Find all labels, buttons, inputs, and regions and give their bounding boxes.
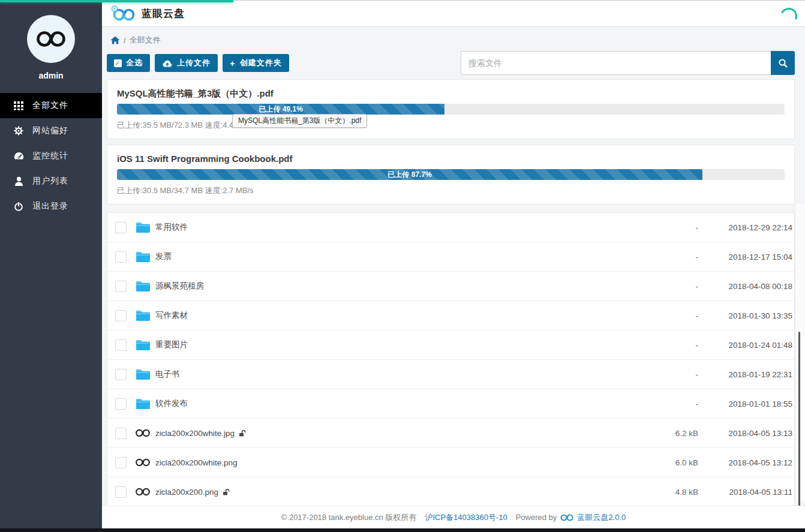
upload-progress-fill: 已上传 49.1% xyxy=(117,104,444,115)
row-checkbox[interactable] xyxy=(115,369,127,380)
folder-icon xyxy=(135,251,151,263)
upload-card: MySQL高性能书籍_第3版（中文）.pdf 已上传 49.1% 已上传:35.… xyxy=(107,79,795,139)
file-list: 常用软件 - 2018-12-29 22:14 xyxy=(107,212,795,507)
home-icon[interactable] xyxy=(110,36,120,44)
upload-progress-label: 已上传 49.1% xyxy=(259,104,303,115)
app-logo-icon xyxy=(110,5,136,22)
breadcrumb-current: 全部文件 xyxy=(130,35,161,46)
brand-home-link[interactable]: 蓝眼云盘 xyxy=(110,5,185,22)
avatar xyxy=(27,15,75,63)
file-date: 2018-04-05 13:11 xyxy=(698,488,794,497)
powered-by-label: Powered by xyxy=(516,513,557,522)
toolbar: ✓ 全选 上传文件 + 创建文件夹 xyxy=(107,51,795,75)
copyright-text: © 2017-2018 tank.eyeblue.cn 版权所有 xyxy=(281,512,417,523)
file-date: 2018-04-08 00:18 xyxy=(698,282,794,291)
main-content: / 全部文件 ✓ 全选 上传文件 + 创建文件夹 xyxy=(102,26,805,528)
file-name[interactable]: zicla200x200.png xyxy=(155,488,218,497)
sidebar-item[interactable]: 监控统计 xyxy=(0,143,102,169)
file-size: - xyxy=(644,253,698,262)
file-row[interactable]: 写作素材 - 2018-01-30 13:35 xyxy=(107,300,794,330)
file-logo-icon xyxy=(135,458,151,467)
upload-progress-bar: 已上传 49.1% xyxy=(117,104,785,115)
upload-file-name: iOS 11 Swift Programming Cookbook.pdf xyxy=(117,153,785,165)
file-size: - xyxy=(644,370,698,379)
file-date: 2018-01-01 18:55 xyxy=(698,399,794,408)
file-name[interactable]: 软件发布 xyxy=(155,398,188,409)
gauge-icon xyxy=(14,152,24,160)
power-icon xyxy=(14,202,23,211)
file-row[interactable]: 电子书 - 2018-01-19 22:31 xyxy=(107,359,794,389)
search-bar xyxy=(461,51,795,75)
row-checkbox[interactable] xyxy=(115,222,127,233)
row-checkbox[interactable] xyxy=(115,398,127,410)
row-checkbox[interactable] xyxy=(115,457,127,468)
checkbox-icon: ✓ xyxy=(114,59,122,67)
folder-icon xyxy=(135,339,151,351)
sidebar-item[interactable]: 退出登录 xyxy=(0,194,102,219)
upload-file-button[interactable]: 上传文件 xyxy=(155,54,218,72)
sidebar-item-label: 网站偏好 xyxy=(32,125,68,136)
loading-spinner-icon xyxy=(778,5,800,27)
file-row[interactable]: 常用软件 - 2018-12-29 22:14 xyxy=(107,213,794,242)
window-bottom-edge xyxy=(0,528,805,532)
file-row[interactable]: zicla200x200white.jpg 6.2 kB 2018-04-05 … xyxy=(107,418,794,447)
file-name[interactable]: zicla200x200white.jpg xyxy=(155,429,235,438)
file-name[interactable]: zicla200x200white.png xyxy=(155,458,238,467)
search-button[interactable] xyxy=(771,51,795,75)
file-logo-icon xyxy=(135,487,151,497)
file-size: - xyxy=(644,341,698,350)
file-date: 2018-01-30 13:35 xyxy=(698,311,794,320)
page-loading-bar xyxy=(0,0,233,2)
footer-logo-icon xyxy=(560,513,574,522)
folder-icon xyxy=(135,398,151,410)
file-row[interactable]: 源枫景苑租房 - 2018-04-08 00:18 xyxy=(107,271,794,300)
row-checkbox[interactable] xyxy=(115,251,127,263)
file-name[interactable]: 重要图片 xyxy=(155,339,188,350)
file-date: 2018-12-29 22:14 xyxy=(698,223,794,232)
sidebar-item-label: 用户列表 xyxy=(32,176,68,187)
scrollbar-thumb[interactable] xyxy=(798,332,800,525)
file-name[interactable]: 电子书 xyxy=(155,369,180,380)
file-size: - xyxy=(644,282,698,291)
file-name[interactable]: 常用软件 xyxy=(155,222,188,233)
select-all-label: 全选 xyxy=(126,58,143,68)
sidebar-item[interactable]: 全部文件 xyxy=(0,93,102,118)
upload-progress-fill: 已上传 87.7% xyxy=(117,169,702,180)
breadcrumb-separator: / xyxy=(124,36,126,45)
search-input[interactable] xyxy=(461,51,771,75)
file-size: 6.0 kB xyxy=(644,458,698,467)
select-all-button[interactable]: ✓ 全选 xyxy=(107,54,150,72)
upload-stats: 已上传:30.5 MB/34.7 MB 速度:2.7 MB/s xyxy=(117,185,785,196)
folder-icon xyxy=(135,281,151,292)
create-folder-button[interactable]: + 创建文件夹 xyxy=(223,54,289,72)
file-size: - xyxy=(644,311,698,320)
file-name[interactable]: 写作素材 xyxy=(155,310,188,321)
sidebar-item[interactable]: 网站偏好 xyxy=(0,118,102,143)
file-row[interactable]: zicla200x200white.png 6.0 kB 2018-04-05 … xyxy=(107,447,794,477)
file-name[interactable]: 源枫景苑租房 xyxy=(155,281,204,291)
file-row[interactable]: 重要图片 - 2018-01-24 01:48 xyxy=(107,330,794,359)
upload-stats: 已上传:35.5 MB/72.3 MB 速度:4.4 MB/s xyxy=(117,120,785,131)
upload-file-name: MySQL高性能书籍_第3版（中文）.pdf xyxy=(117,88,785,100)
file-row[interactable]: 软件发布 - 2018-01-01 18:55 xyxy=(107,389,794,418)
file-date: 2018-01-24 01:48 xyxy=(698,341,794,350)
row-checkbox[interactable] xyxy=(115,428,127,439)
file-date: 2018-04-05 13:13 xyxy=(698,429,794,438)
file-row[interactable]: 发票 - 2018-12-17 15:04 xyxy=(107,242,794,271)
folder-icon xyxy=(135,310,151,321)
file-name[interactable]: 发票 xyxy=(155,251,172,262)
upload-card: iOS 11 Swift Programming Cookbook.pdf 已上… xyxy=(107,145,795,205)
search-icon xyxy=(778,58,788,68)
powered-by: Powered by 蓝眼云盘2.0.0 xyxy=(516,512,626,523)
version-link[interactable]: 蓝眼云盘2.0.0 xyxy=(577,512,626,523)
footer: © 2017-2018 tank.eyeblue.cn 版权所有 沪ICP备14… xyxy=(102,506,805,528)
sidebar-item[interactable]: 用户列表 xyxy=(0,169,102,194)
row-checkbox[interactable] xyxy=(115,339,127,351)
icp-link[interactable]: 沪ICP备14038360号-10 xyxy=(425,512,507,523)
row-checkbox[interactable] xyxy=(115,486,127,498)
row-checkbox[interactable] xyxy=(115,310,127,321)
file-row[interactable]: zicla200x200.png 4.8 kB 2018-04-05 13:11 xyxy=(107,477,794,506)
header: 蓝眼云盘 xyxy=(102,1,805,27)
row-checkbox[interactable] xyxy=(115,281,127,292)
grid-icon xyxy=(14,101,23,110)
